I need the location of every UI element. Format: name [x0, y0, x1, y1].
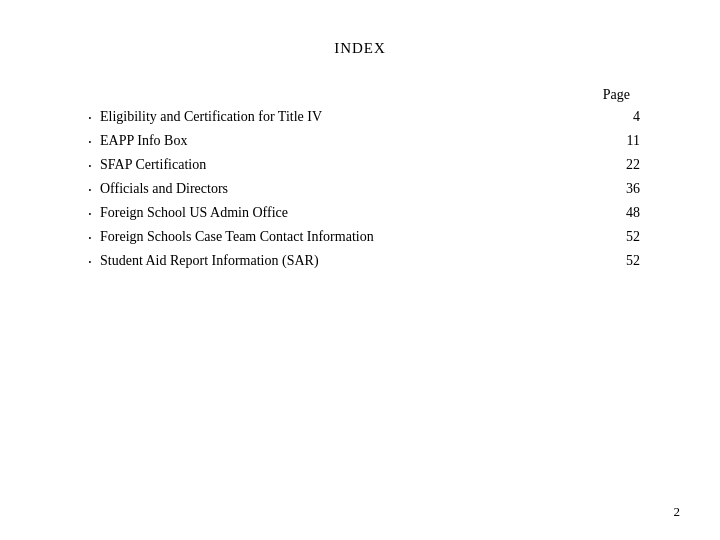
bullet-icon: • — [80, 258, 100, 267]
list-item: •SFAP Certification22 — [80, 157, 640, 173]
list-item: •Foreign School US Admin Office48 — [80, 205, 640, 221]
item-text: Student Aid Report Information (SAR) — [100, 253, 600, 269]
item-page-number: 4 — [600, 109, 640, 125]
page-container: INDEX Page •Eligibility and Certificatio… — [0, 0, 720, 540]
item-page-number: 48 — [600, 205, 640, 221]
item-page-number: 22 — [600, 157, 640, 173]
item-page-number: 52 — [600, 253, 640, 269]
list-item: •Foreign Schools Case Team Contact Infor… — [80, 229, 640, 245]
item-text: SFAP Certification — [100, 157, 600, 173]
bullet-icon: • — [80, 138, 100, 147]
bullet-icon: • — [80, 114, 100, 123]
item-page-number: 11 — [600, 133, 640, 149]
table-header-row: Page — [80, 87, 640, 103]
page-column-header: Page — [603, 87, 630, 103]
list-item: •Eligibility and Certification for Title… — [80, 109, 640, 125]
footer-page-number: 2 — [674, 504, 681, 520]
item-text: Foreign School US Admin Office — [100, 205, 600, 221]
item-text: EAPP Info Box — [100, 133, 600, 149]
page-title: INDEX — [80, 40, 640, 57]
item-text: Eligibility and Certification for Title … — [100, 109, 600, 125]
item-page-number: 36 — [600, 181, 640, 197]
bullet-icon: • — [80, 186, 100, 195]
item-text: Officials and Directors — [100, 181, 600, 197]
list-item: •Student Aid Report Information (SAR)52 — [80, 253, 640, 269]
list-item: •Officials and Directors36 — [80, 181, 640, 197]
index-rows: •Eligibility and Certification for Title… — [80, 109, 640, 269]
bullet-icon: • — [80, 210, 100, 219]
list-item: •EAPP Info Box11 — [80, 133, 640, 149]
item-text: Foreign Schools Case Team Contact Inform… — [100, 229, 600, 245]
bullet-icon: • — [80, 162, 100, 171]
bullet-icon: • — [80, 234, 100, 243]
item-page-number: 52 — [600, 229, 640, 245]
index-table: Page •Eligibility and Certification for … — [80, 87, 640, 269]
